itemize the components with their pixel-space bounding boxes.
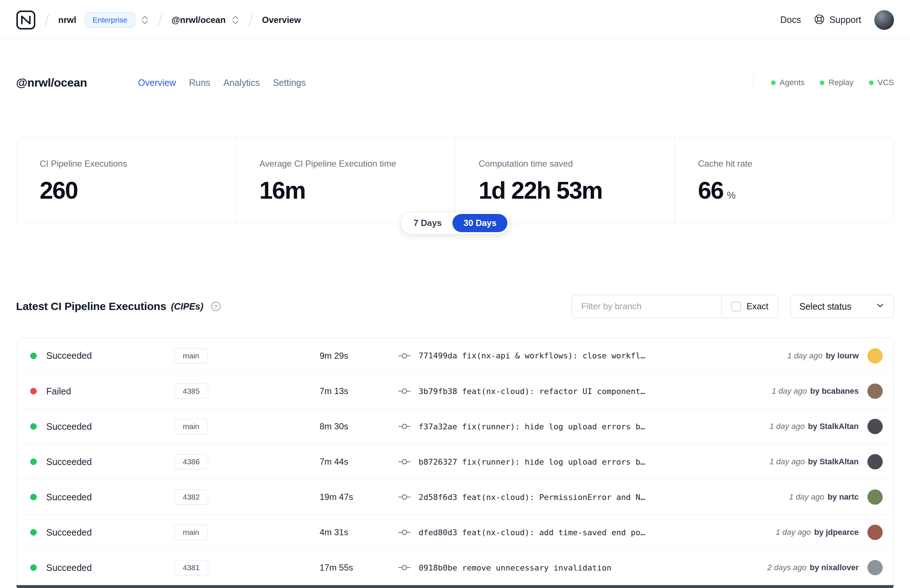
cipes-section: Latest CI Pipeline Executions (CIPEs) ? …	[16, 295, 894, 588]
duration-label: 4m 31s	[320, 527, 398, 538]
author-label: by lourw	[826, 351, 859, 360]
nx-logo[interactable]	[16, 10, 36, 30]
avatar	[867, 454, 883, 469]
duration-label: 7m 13s	[320, 386, 398, 396]
stats-section: CI Pipeline Executions 260 Average CI Pi…	[16, 137, 894, 224]
duration-label: 17m 55s	[320, 562, 398, 573]
tab-settings[interactable]: Settings	[273, 78, 306, 88]
breadcrumb: nrwl Enterprise @nrwl/ocean Overview	[16, 10, 301, 30]
branch-filter-input[interactable]	[572, 295, 721, 318]
chevron-down-icon	[875, 300, 885, 312]
cipe-rows: Succeeded main 9m 29s 771499da fix(nx-ap…	[16, 338, 894, 585]
breadcrumb-separator	[44, 13, 49, 26]
branch-badge[interactable]: main	[175, 348, 208, 363]
commit-message[interactable]: 2d58f6d3 feat(nx-cloud): PermissionError…	[419, 493, 645, 502]
table-row[interactable]: Succeeded 4381 17m 55s 0918b0be remove u…	[16, 550, 894, 585]
branch-badge[interactable]: main	[175, 525, 208, 540]
commit-message[interactable]: f37a32ae fix(runner): hide log upload er…	[419, 422, 645, 431]
breadcrumb-org[interactable]: nrwl	[58, 15, 76, 25]
status-label: Succeeded	[46, 457, 92, 467]
status-dot	[30, 459, 37, 465]
git-commit-icon	[398, 564, 411, 572]
status-dot	[30, 423, 37, 430]
cipe-table: Succeeded main 9m 29s 771499da fix(nx-ap…	[16, 338, 894, 588]
status-label: Succeeded	[46, 422, 92, 432]
status-label: Succeeded	[46, 492, 92, 502]
branch-badge[interactable]: 4386	[175, 454, 208, 469]
tab-runs[interactable]: Runs	[189, 78, 210, 88]
table-row[interactable]: Succeeded main 8m 30s f37a32ae fix(runne…	[16, 409, 894, 444]
service-status-vcs[interactable]: VCS	[869, 78, 894, 87]
workspace-tabs: Overview Runs Analytics Settings	[138, 78, 306, 88]
duration-label: 19m 47s	[320, 492, 398, 502]
git-commit-icon	[398, 422, 411, 430]
status-dot	[30, 388, 37, 394]
stat-card-average-execution-time: Average CI Pipeline Execution time 16m	[236, 137, 455, 224]
status-label: Succeeded	[46, 351, 92, 361]
commit-message[interactable]: dfed80d3 feat(nx-cloud): add time-saved …	[419, 528, 645, 537]
git-commit-icon	[398, 528, 411, 536]
lifebuoy-icon	[814, 14, 825, 26]
branch-badge[interactable]: 4381	[175, 560, 208, 575]
author-label: by StalkAltan	[808, 422, 859, 431]
help-icon[interactable]: ?	[211, 301, 221, 312]
avatar	[867, 348, 883, 363]
green-status-dot	[820, 81, 824, 85]
exact-checkbox-label[interactable]: Exact	[747, 301, 768, 312]
avatar	[867, 489, 883, 505]
support-label: Support	[829, 15, 861, 25]
avatar	[867, 525, 883, 540]
duration-label: 7m 44s	[320, 457, 398, 467]
user-avatar[interactable]	[874, 10, 894, 30]
table-row[interactable]: Succeeded main 9m 29s 771499da fix(nx-ap…	[16, 338, 894, 373]
breadcrumb-workspace[interactable]: @nrwl/ocean	[171, 15, 226, 25]
duration-label: 8m 30s	[320, 422, 398, 431]
status-label: Failed	[46, 386, 71, 397]
divider	[753, 75, 753, 90]
org-selector-chevron-icon[interactable]	[141, 14, 149, 26]
commit-message[interactable]: 0918b0be remove unnecessary invalidation	[419, 563, 611, 572]
stat-card-cache-hit-rate: Cache hit rate 66%	[674, 137, 894, 224]
breadcrumb-page: Overview	[262, 15, 301, 25]
svg-text:?: ?	[214, 304, 217, 310]
workspace-selector-chevron-icon[interactable]	[231, 14, 239, 26]
branch-badge[interactable]: 4385	[175, 383, 208, 399]
branch-badge[interactable]: 4382	[175, 489, 208, 505]
table-row[interactable]: Succeeded main 4m 31s dfed80d3 feat(nx-c…	[16, 515, 894, 550]
workspace-header: @nrwl/ocean Overview Runs Analytics Sett…	[16, 75, 894, 90]
commit-message[interactable]: 3b79fb38 feat(nx-cloud): refactor UI com…	[419, 387, 645, 396]
author-label: by nixallover	[810, 563, 859, 572]
status-dot	[30, 564, 37, 571]
support-link[interactable]: Support	[814, 14, 861, 26]
branch-badge[interactable]: main	[175, 419, 208, 434]
service-status-agents[interactable]: Agents	[771, 78, 805, 87]
git-commit-icon	[398, 387, 411, 395]
service-status-replay[interactable]: Replay	[820, 78, 853, 87]
status-dot	[30, 352, 37, 359]
green-status-dot	[869, 81, 874, 85]
commit-message[interactable]: b8726327 fix(runner): hide log upload er…	[419, 457, 645, 467]
time-ago-label: 1 day ago	[769, 457, 805, 467]
git-commit-icon	[398, 493, 411, 501]
table-row[interactable]: Failed 4385 7m 13s 3b79fb38 feat(nx-clou…	[16, 373, 894, 409]
status-select-dropdown[interactable]: Select status	[790, 295, 894, 318]
enterprise-badge[interactable]: Enterprise	[85, 12, 135, 27]
tab-analytics[interactable]: Analytics	[223, 78, 260, 88]
breadcrumb-separator	[248, 13, 253, 26]
time-ago-label: 1 day ago	[776, 528, 811, 537]
status-dot	[30, 494, 37, 500]
range-7-days-button[interactable]: 7 Days	[402, 214, 453, 232]
range-30-days-button[interactable]: 30 Days	[453, 214, 508, 232]
docs-link[interactable]: Docs	[780, 15, 801, 25]
top-navbar: nrwl Enterprise @nrwl/ocean Overview Doc…	[0, 0, 910, 40]
author-label: by nartc	[828, 492, 859, 502]
exact-checkbox[interactable]	[731, 302, 741, 312]
avatar	[867, 419, 883, 434]
tab-overview[interactable]: Overview	[138, 78, 176, 88]
table-row[interactable]: Succeeded 4382 19m 47s 2d58f6d3 feat(nx-…	[16, 479, 894, 515]
status-dot	[30, 529, 37, 536]
table-bottom-bar	[16, 585, 894, 588]
stat-card-ci-pipeline-executions: CI Pipeline Executions 260	[16, 137, 236, 224]
table-row[interactable]: Succeeded 4386 7m 44s b8726327 fix(runne…	[16, 444, 894, 479]
commit-message[interactable]: 771499da fix(nx-api & workflows): close …	[419, 351, 645, 360]
